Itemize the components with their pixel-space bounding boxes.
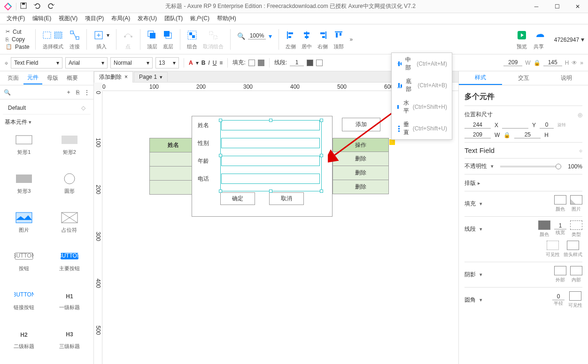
cut-button[interactable]: ✂ Cut: [6, 29, 30, 35]
search-icon[interactable]: 🔍: [4, 89, 11, 96]
widget-矩形3[interactable]: 矩形3: [2, 169, 46, 207]
widget-二级标题[interactable]: H2二级标题: [2, 324, 46, 362]
stroke-w-input[interactable]: [554, 222, 566, 229]
delete-cell-2[interactable]: 删除: [333, 166, 389, 180]
bullets-icon[interactable]: ≡: [219, 60, 223, 66]
style-options-icon[interactable]: ⟐: [579, 147, 582, 154]
select-mode-button[interactable]: 选择模式: [39, 27, 67, 51]
corner-vis-box[interactable]: [569, 291, 581, 301]
size-w-input[interactable]: [464, 131, 491, 138]
widget-矩形1[interactable]: 矩形1: [2, 130, 46, 168]
tab-outline[interactable]: 概要: [63, 72, 82, 84]
shape-combo[interactable]: Text Field▾: [11, 57, 62, 68]
tab-notes[interactable]: 说明: [545, 71, 588, 85]
data-table[interactable]: 姓名: [149, 138, 197, 195]
cancel-button[interactable]: 取消: [269, 192, 304, 205]
align-right-button[interactable]: 右侧: [315, 27, 331, 51]
shadow-outer-box[interactable]: [554, 266, 566, 275]
stroke-width-input[interactable]: [290, 59, 304, 66]
widget-占位符[interactable]: 占位符: [47, 208, 92, 246]
close-tab-icon[interactable]: ×: [124, 74, 128, 80]
preview-button[interactable]: 预览: [514, 27, 530, 51]
op-header[interactable]: 操作⚡: [333, 138, 389, 152]
widget-矩形2[interactable]: 矩形2: [47, 130, 92, 168]
shadow-inner-box[interactable]: [570, 266, 582, 275]
delete-cell-1[interactable]: 删除: [333, 152, 389, 166]
menu-layout[interactable]: 布局(A): [108, 14, 133, 23]
minimize-button[interactable]: ─: [526, 0, 547, 13]
bold-icon[interactable]: B: [201, 60, 206, 66]
add-button[interactable]: 添加: [342, 118, 380, 131]
form-dialog[interactable]: 姓名 性别 年龄 电话 确定 取消: [192, 116, 333, 217]
tab-pages[interactable]: 页面: [4, 72, 23, 84]
ok-button[interactable]: 确定: [220, 192, 255, 205]
doc-tab-2[interactable]: Page 1 ▾: [134, 72, 168, 82]
send-back-button[interactable]: 底层: [160, 27, 176, 51]
height-input[interactable]: [543, 59, 562, 66]
font-combo[interactable]: Arial▾: [65, 57, 108, 68]
paint-format-icon[interactable]: ⟐: [5, 60, 8, 66]
connect-button[interactable]: 连接: [67, 27, 83, 51]
bring-front-button[interactable]: 顶层: [144, 27, 160, 51]
widget-主要按钮[interactable]: BUTTON主要按钮: [47, 246, 92, 284]
widget-三级标题[interactable]: H3三级标题: [47, 324, 92, 362]
align-middle-item[interactable]: 中部 (Ctrl+Alt+M): [392, 53, 452, 75]
menu-file[interactable]: 文件(F): [4, 14, 28, 23]
lock-aspect-icon[interactable]: 🔒: [534, 60, 541, 66]
copy-button[interactable]: ⎘ Copy: [6, 36, 30, 43]
size-h-input[interactable]: [514, 131, 541, 138]
widget-链接按钮[interactable]: BUTTON链接按钮: [2, 285, 46, 323]
size-combo[interactable]: 13▾: [155, 57, 179, 68]
tab-interactions[interactable]: 交互: [502, 71, 545, 85]
menu-account[interactable]: 账户(C): [187, 14, 212, 23]
menu-project[interactable]: 项目(P): [82, 14, 107, 23]
share-button[interactable]: 共享: [530, 27, 548, 51]
close-button[interactable]: ✕: [567, 0, 588, 13]
fill-image-swatch[interactable]: [258, 60, 264, 66]
toolbar-more-icon[interactable]: »: [349, 36, 353, 43]
menu-publish[interactable]: 发布(U): [135, 14, 160, 23]
stroke-color-box[interactable]: [538, 220, 550, 230]
align-center-button[interactable]: 居中: [299, 27, 315, 51]
align-top-button[interactable]: 顶部: [331, 27, 347, 51]
library-menu-icon[interactable]: ⋮: [84, 89, 90, 96]
arrow-style-box[interactable]: [567, 241, 579, 250]
stroke-type-box[interactable]: [570, 220, 582, 230]
add-library-icon[interactable]: ＋: [66, 88, 71, 96]
paste-button[interactable]: 📋 Paste: [6, 44, 30, 50]
widget-一级标题[interactable]: H1一级标题: [47, 285, 92, 323]
fill-color-box[interactable]: [554, 195, 566, 205]
stroke-color-swatch[interactable]: [307, 60, 313, 66]
menu-team[interactable]: 团队(T): [162, 14, 186, 23]
target-icon[interactable]: ◎: [578, 112, 582, 118]
library-selector[interactable]: Default◇: [3, 101, 91, 114]
pos-y-input[interactable]: [502, 121, 528, 129]
visibility-box[interactable]: [547, 241, 559, 250]
redo-icon[interactable]: [47, 2, 55, 10]
user-id[interactable]: 47262947 ▾: [554, 36, 584, 43]
tab-widgets[interactable]: 元件: [23, 72, 42, 84]
widget-图片[interactable]: 图片: [2, 208, 46, 246]
rotation-input[interactable]: [540, 121, 554, 129]
fill-color-swatch[interactable]: [248, 60, 255, 66]
style-name[interactable]: Text Field: [464, 146, 495, 154]
distribute-h-item[interactable]: 水平 (Ctrl+Shift+H): [392, 96, 452, 118]
menu-edit[interactable]: 编辑(E): [30, 14, 54, 23]
zoom-control[interactable]: 🔍 100% ▾: [234, 28, 275, 51]
widget-圆形[interactable]: 圆形: [47, 169, 92, 207]
fill-image-box[interactable]: [570, 195, 582, 205]
delete-cell-3[interactable]: 删除: [333, 180, 389, 194]
ungroup-button[interactable]: 取消组合: [200, 27, 226, 51]
doc-tab-1[interactable]: 添加删除×: [94, 71, 133, 83]
save-icon[interactable]: [20, 2, 27, 10]
lock-icon[interactable]: 🔒: [503, 132, 511, 138]
weight-combo[interactable]: Normal▾: [110, 57, 153, 68]
tab-style[interactable]: 样式: [459, 71, 502, 85]
align-left-button[interactable]: 左侧: [283, 27, 299, 51]
width-input[interactable]: [503, 59, 522, 66]
undo-icon[interactable]: [33, 2, 41, 10]
insert-button[interactable]: ▾ 插入: [91, 27, 112, 51]
align-bottom-item[interactable]: 底部 (Ctrl+Alt+B): [392, 75, 452, 96]
widget-按钮[interactable]: BUTTON按钮: [2, 246, 46, 284]
text-color-icon[interactable]: A: [189, 60, 193, 66]
